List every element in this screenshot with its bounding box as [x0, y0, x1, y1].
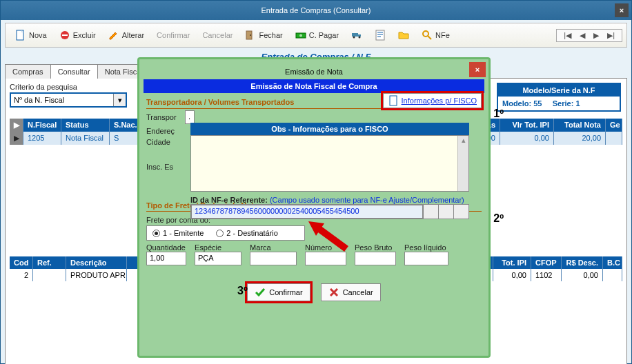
col-bc: B.C — [603, 256, 622, 269]
marca-label: Marca — [250, 243, 297, 252]
edit-icon — [108, 30, 119, 41]
cancel-icon — [328, 287, 339, 298]
fisco-textarea[interactable]: ▴ — [190, 135, 469, 192]
modelo-serie-header: Modelo/Serie da N.F — [498, 84, 620, 97]
close-door-icon — [245, 30, 256, 41]
excluir-button[interactable]: Excluir — [54, 28, 101, 43]
id-nfe-button-2[interactable] — [438, 205, 453, 219]
report-icon — [375, 30, 386, 41]
col-ref: Ref. — [33, 256, 66, 269]
id-nfe-label: ID da NF-e Referente: — [190, 196, 268, 204]
fisco-header: Obs - Informações para o FISCO — [190, 123, 469, 135]
info-fisco-link[interactable]: Informações p/ FISCO — [383, 93, 482, 108]
sec-transportadora-title: Transportadora / Volumes Transportados — [139, 94, 383, 108]
marca-input[interactable] — [250, 252, 297, 265]
id-nfe-note: (Campo usado somente para NF-e Ajuste/Co… — [270, 196, 464, 204]
confirmar-toolbar-button: Confirmar — [151, 29, 195, 41]
quantidade-input[interactable]: 1,00 — [146, 252, 186, 265]
tab-compras[interactable]: Compras — [5, 64, 51, 79]
criterio-value: Nº da N. Fiscal — [11, 94, 113, 106]
tab-consultar[interactable]: Consultar — [50, 64, 98, 79]
col-cod: Cod — [10, 256, 33, 269]
row-indicator-icon: ▶ — [10, 119, 23, 132]
check-icon — [255, 287, 266, 298]
scroll-up-icon[interactable]: ▴ — [458, 136, 468, 145]
fechar-button[interactable]: Fechar — [239, 28, 288, 43]
nav-first-button[interactable]: |◀ — [561, 31, 574, 40]
svg-point-12 — [423, 31, 428, 37]
step-2-badge: 2º — [493, 212, 504, 225]
id-nfe-input[interactable]: 123467878789456000000002540005455454500 — [191, 205, 423, 219]
id-nfe-button-3[interactable] — [453, 205, 468, 219]
col-vlrtotipi: Vlr Tot. IPI — [500, 119, 554, 132]
step-3-badge: 3º — [237, 285, 248, 297]
pesobruto-input[interactable] — [355, 252, 396, 265]
especie-label: Espécie — [195, 243, 241, 252]
transportadora-input[interactable]: . — [185, 110, 195, 124]
pesobruto-label: Peso Bruto — [355, 243, 396, 252]
truck-button[interactable] — [346, 28, 368, 43]
alterar-button[interactable]: Alterar — [103, 28, 150, 43]
report-button[interactable] — [369, 28, 391, 43]
col-desc: Descrição — [66, 256, 127, 269]
endereco-label: Endereç — [146, 127, 182, 135]
modal-titlebar: Emissão de Nota × — [139, 59, 488, 79]
nav-prev-button[interactable]: ◀ — [577, 31, 588, 40]
criterio-dropdown[interactable]: Nº da N. Fiscal ▾ — [10, 92, 127, 108]
new-doc-icon — [15, 30, 26, 41]
chevron-down-icon: ▾ — [113, 94, 126, 106]
money-icon — [295, 30, 306, 41]
cidade-label: Cidade — [146, 138, 182, 146]
window-title: Entrada de Compras (Consultar) — [261, 6, 371, 14]
radio-emitente[interactable]: 1 - Emitente — [152, 229, 204, 237]
svg-rect-13 — [390, 96, 397, 105]
id-nfe-button-1[interactable] — [423, 205, 438, 219]
col-totipi: Tot. IPI — [493, 256, 531, 269]
svg-point-9 — [353, 37, 355, 39]
svg-rect-2 — [62, 34, 68, 36]
modal-close-button[interactable]: × — [469, 62, 486, 77]
col-cfop: CFOP — [531, 256, 562, 269]
col-status: Status — [61, 119, 110, 132]
transportadora-label: Transpor — [146, 113, 182, 121]
window-titlebar: Entrada de Compras (Consultar) × — [1, 1, 631, 20]
col-snac: S.Nac. — [110, 119, 140, 132]
scrollbar[interactable]: ▴ — [457, 136, 468, 191]
folder-button[interactable] — [393, 28, 415, 43]
emissao-nota-modal: Emissão de Nota × Emissão de Nota Fiscal… — [137, 57, 491, 358]
step-1-badge: 1º — [493, 108, 504, 120]
main-toolbar: Nova Excluir Alterar Confirmar Cancelar … — [5, 23, 627, 48]
numero-input[interactable] — [305, 252, 346, 265]
cpagar-button[interactable]: C. Pagar — [290, 28, 344, 43]
nav-next-button[interactable]: ▶ — [591, 31, 602, 40]
svg-rect-7 — [352, 33, 358, 37]
pesoliquido-label: Peso líquido — [404, 243, 448, 252]
modal-header: Emissão de Nota Fiscal de Compra — [144, 79, 484, 93]
frete-radio-group: 1 - Emitente 2 - Destinatário — [146, 225, 305, 241]
nova-button[interactable]: Nova — [10, 28, 52, 43]
radio-destinatario[interactable]: 2 - Destinatário — [216, 229, 278, 237]
modal-cancelar-button[interactable]: Cancelar — [321, 283, 381, 301]
truck-icon — [351, 30, 362, 41]
window-close-button[interactable]: × — [615, 3, 629, 17]
modal-title-text: Emissão de Nota — [285, 68, 343, 76]
radio-unchecked-icon — [216, 230, 224, 237]
modal-confirmar-button[interactable]: Confirmar — [247, 283, 310, 301]
col-ge: Ge — [606, 119, 622, 132]
search-icon — [422, 30, 433, 41]
fisco-overlay: Obs - Informações para o FISCO ▴ ID da N… — [190, 123, 469, 219]
numero-label: Número — [305, 243, 346, 252]
quantidade-label: Quantidade — [146, 243, 186, 252]
delete-icon — [59, 30, 70, 41]
nav-last-button[interactable]: ▶| — [604, 31, 618, 40]
svg-rect-11 — [376, 30, 384, 40]
insc-est-label: Insc. Es — [146, 149, 182, 171]
especie-input[interactable]: PÇA — [195, 252, 241, 265]
pesoliquido-input[interactable] — [404, 252, 448, 265]
document-icon — [388, 95, 399, 106]
svg-point-10 — [359, 37, 361, 39]
nfe-button[interactable]: NFe — [416, 28, 455, 43]
folder-icon — [398, 30, 409, 41]
col-nfiscal: N.Fiscal — [23, 119, 61, 132]
record-navigator: |◀ ◀ ▶ ▶| — [556, 29, 622, 42]
